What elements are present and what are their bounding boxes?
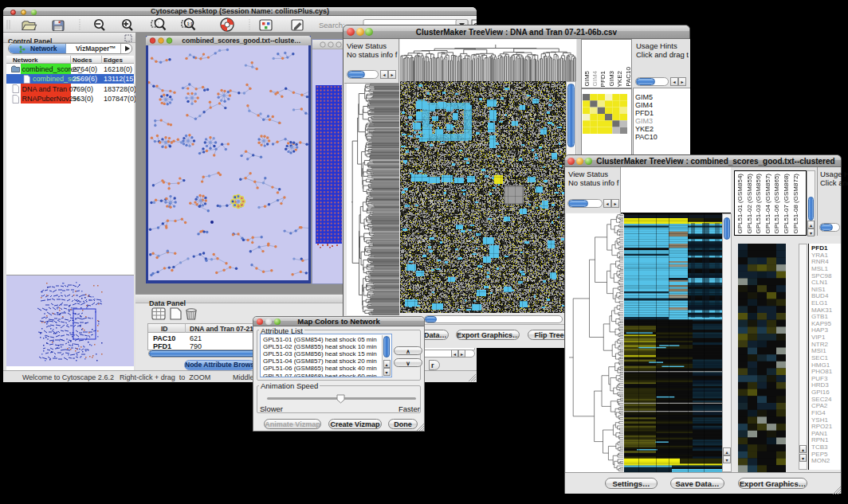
svg-text:1:1: 1:1 [187,21,193,26]
svg-text:Search:: Search: [319,21,345,29]
